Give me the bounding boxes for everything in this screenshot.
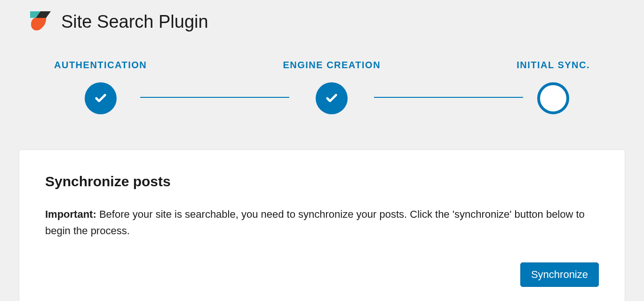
page-title: Site Search Plugin — [61, 12, 208, 32]
step-circle-completed — [85, 82, 117, 114]
step-label: AUTHENTICATION — [54, 60, 147, 71]
card-title: Synchronize posts — [45, 174, 599, 190]
step-engine-creation: ENGINE CREATION — [283, 60, 381, 114]
check-icon — [94, 92, 107, 105]
page-header: Site Search Plugin — [28, 9, 628, 34]
sync-card: Synchronize posts Important: Before your… — [19, 150, 625, 301]
step-authentication: AUTHENTICATION — [54, 60, 147, 114]
card-description: Important: Before your site is searchabl… — [45, 206, 599, 239]
synchronize-button[interactable]: Synchronize — [520, 262, 599, 287]
step-circle-current — [537, 82, 569, 114]
step-label: INITIAL SYNC. — [517, 60, 590, 71]
step-initial-sync: INITIAL SYNC. — [517, 60, 590, 114]
step-connector — [381, 60, 517, 114]
check-icon — [325, 92, 338, 105]
important-label: Important: — [45, 208, 96, 220]
step-label: ENGINE CREATION — [283, 60, 381, 71]
card-body-text: Before your site is searchable, you need… — [45, 208, 585, 237]
card-actions: Synchronize — [45, 262, 599, 287]
plugin-logo-icon — [28, 9, 53, 34]
setup-stepper: AUTHENTICATION ENGINE CREATION INITIAL S… — [16, 60, 628, 114]
step-connector — [147, 60, 283, 114]
step-circle-completed — [316, 82, 348, 114]
